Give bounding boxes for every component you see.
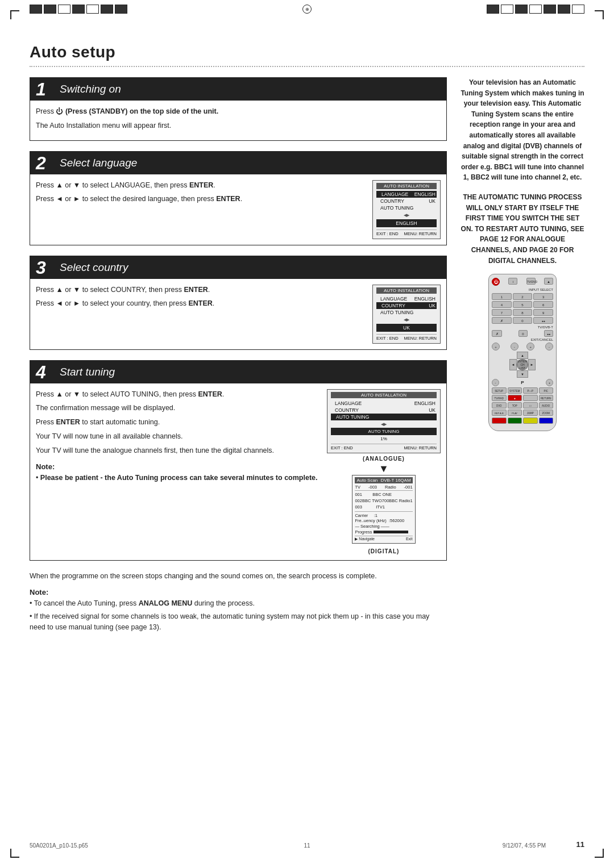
- audio-button[interactable]: AUDIO: [539, 402, 554, 408]
- step-2-line-1: Press ▲ or ▼ to select LANGUAGE, then pr…: [36, 180, 367, 191]
- x-button[interactable]: ✗: [492, 330, 502, 337]
- step-4-line-4: Press ENTER to start automatic tuning.: [36, 417, 319, 428]
- remote-small-row-3: DVD TOP □ AUDIO: [492, 402, 553, 408]
- dpad-right-button[interactable]: ►: [528, 359, 536, 370]
- num-0-button[interactable]: 0: [513, 317, 533, 324]
- power-button[interactable]: ⏻: [492, 278, 500, 286]
- info-button[interactable]: i: [508, 278, 517, 285]
- step-4-line-1: Press ▲ or ▼ to select AUTO TUNING, then…: [36, 389, 319, 400]
- num-3-button[interactable]: 3: [533, 293, 553, 300]
- recall-button[interactable]: ●●: [533, 317, 553, 324]
- p-minus-button[interactable]: -: [492, 379, 499, 386]
- step-4-text: Press ▲ or ▼ to select AUTO TUNING, then…: [36, 389, 319, 554]
- subtitle-button[interactable]: □: [523, 402, 538, 408]
- num-9-button[interactable]: 9: [533, 309, 553, 316]
- step-1-header: 1 Switching on: [30, 78, 446, 101]
- reg-box: [72, 5, 85, 14]
- step-3-tv-footer: EXIT : ENDMENU: RETURN: [376, 334, 437, 341]
- vol-up-button[interactable]: +: [492, 343, 500, 350]
- num-1-button[interactable]: 1: [492, 293, 512, 300]
- p-label: P: [521, 380, 524, 385]
- step-4-autotuning-bar: AUTO TUNING: [331, 428, 437, 435]
- remote-top-row: ⏻ i TV/DVD ▲: [492, 278, 553, 286]
- zoom-button[interactable]: ZOOM: [539, 410, 554, 416]
- spacer: [502, 343, 508, 350]
- step-3-body: Press ▲ or ▼ to select COUNTRY, then pre…: [30, 279, 446, 349]
- remote-container: ⏻ i TV/DVD ▲ INPUT SELECT 1 2 3 4 5 6: [460, 274, 584, 431]
- red-button[interactable]: [492, 418, 507, 424]
- right-description: Your television has an Automatic Tuning …: [460, 77, 584, 183]
- play-mode-button[interactable]: PLAY: [508, 410, 522, 416]
- remote-color-row: [492, 418, 553, 424]
- reg-box: [487, 5, 499, 14]
- p-plus-button[interactable]: +: [546, 379, 553, 386]
- rec-button[interactable]: ●: [508, 395, 522, 401]
- top-menu-button[interactable]: TOP: [508, 402, 522, 408]
- blue-button[interactable]: [539, 418, 554, 424]
- remote-dpad: ▲ ◄ ENTER/ CH LIST ► ▼: [509, 352, 536, 378]
- remote-extra-row: ✗ 0 ●●: [492, 330, 553, 337]
- dpad-down-button[interactable]: ▼: [517, 370, 528, 378]
- num-4-button[interactable]: 4: [492, 301, 512, 308]
- num-5-button[interactable]: 5: [513, 301, 533, 308]
- vol-down-button[interactable]: -: [511, 343, 518, 350]
- jump-button[interactable]: JUMP: [523, 410, 538, 416]
- step-4-line-5: Your TV will now tune in all available c…: [36, 431, 319, 442]
- ch-up-button[interactable]: +: [526, 343, 534, 350]
- step-2-tv-selection: ENGLISH: [376, 219, 437, 227]
- section-divider: [30, 66, 584, 67]
- picture-size-button[interactable]: PIC: [539, 387, 554, 394]
- ch-down-button[interactable]: -: [545, 343, 553, 350]
- tv-radio-button[interactable]: TV/RAD: [492, 395, 507, 401]
- step-2-tv-icon: ◀▶: [376, 213, 437, 218]
- step-2-body: Press ▲ or ▼ to select LANGUAGE, then pr…: [30, 174, 446, 245]
- autoscan-screen-wrapper: Auto ScanDVB-T 16QAM TV-003Radio-001 001…: [327, 475, 441, 554]
- green-button[interactable]: [508, 418, 522, 424]
- reg-box: [515, 5, 528, 14]
- page-number: 11: [576, 840, 584, 849]
- step-4-tv-screen: AUTO INSTALLATION LANGUAGEENGLISH COUNTR…: [327, 389, 441, 453]
- step-1-number: 1: [36, 80, 54, 98]
- step-4-note-item-1: Please be patient - the Auto Tuning proc…: [36, 473, 319, 483]
- return-button[interactable]: RETURN: [539, 395, 554, 401]
- bottom-note-item-1: To cancel the Auto Tuning, press ANALOG …: [30, 598, 447, 609]
- dvd-menu-button[interactable]: DVD: [492, 402, 507, 408]
- autoscan-data-row-1: 001BBC ONE: [355, 491, 412, 498]
- dpad-left-button[interactable]: ◄: [509, 359, 517, 370]
- step-3-line-1: Press ▲ or ▼ to select COUNTRY, then pre…: [36, 285, 367, 295]
- num-8-button[interactable]: 8: [513, 309, 533, 316]
- digital-label: (DIGITAL): [368, 548, 400, 554]
- step-3-tv-row-1: LANGUAGEENGLISH: [376, 295, 437, 302]
- step-4-title: Start tuning: [60, 366, 115, 378]
- tv-dvd-button[interactable]: TV/DVD: [526, 278, 536, 285]
- num-2-button[interactable]: 2: [513, 293, 533, 300]
- system-menu-button[interactable]: SYSTEM: [508, 387, 522, 394]
- dpad-up-button[interactable]: ▲: [517, 352, 528, 359]
- step-2-title: Select language: [60, 157, 137, 169]
- num-7-button[interactable]: 7: [492, 309, 512, 316]
- enter-ch-list-button[interactable]: ENTER/ CH LIST: [517, 359, 528, 370]
- autoscan-carrier: Carrier :1: [355, 513, 412, 518]
- step-3-tv-row-3: AUTO TUNING: [376, 309, 437, 316]
- ok-button[interactable]: ●●: [544, 330, 553, 337]
- step-2-tv-row-2: COUNTRYUK: [376, 198, 437, 205]
- step-3-tv-icon: ◀▶: [376, 318, 437, 322]
- yellow-button[interactable]: [523, 418, 538, 424]
- zero-button[interactable]: 0: [518, 330, 528, 337]
- step-2-number: 2: [36, 154, 54, 172]
- step-2-screen: AUTO INSTALLATION LANGUAGEENGLISH COUNTR…: [372, 180, 441, 239]
- step-4-tv-row-3: AUTO TUNING: [331, 414, 437, 420]
- setup-analog-mem-button[interactable]: SETUP: [492, 387, 507, 394]
- eject-button[interactable]: ▲: [544, 278, 553, 285]
- step-2-tv-footer: EXIT : ENDMENU: RETURN: [376, 229, 437, 236]
- corner-mark-tl: [10, 10, 19, 19]
- reg-box: [572, 5, 584, 14]
- autoscan-title-row: Auto ScanDVB-T 16QAM: [355, 477, 412, 483]
- footer-filename: 50A0201A_p10-15.p65: [30, 842, 88, 849]
- step-4-section: 4 Start tuning Press ▲ or ▼ to select AU…: [30, 360, 447, 561]
- num-6-button[interactable]: 6: [533, 301, 553, 308]
- cancel-button[interactable]: ✗: [492, 317, 512, 324]
- repeat-ab-button[interactable]: REP A-B: [492, 410, 507, 416]
- pp-size-button[interactable]: P—P: [523, 387, 538, 394]
- input-select-label: INPUT SELECT: [492, 288, 553, 291]
